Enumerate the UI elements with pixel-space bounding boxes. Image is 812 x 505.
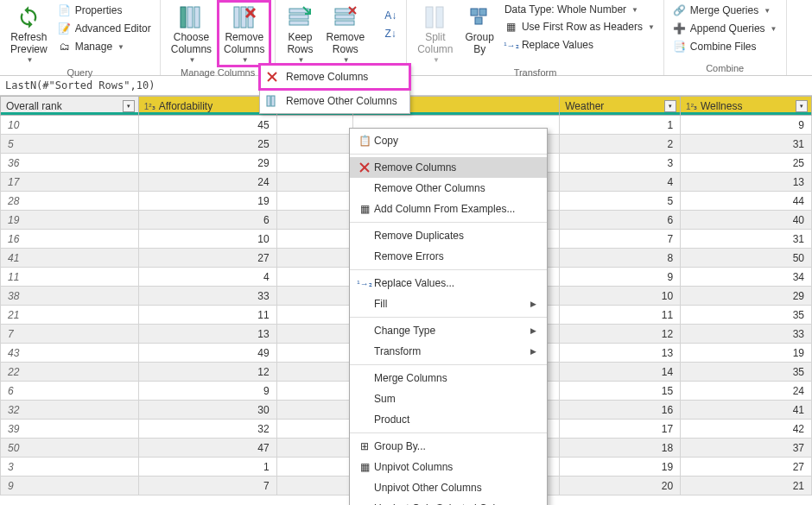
col-header-weather[interactable]: Weather▾	[560, 97, 681, 116]
cell[interactable]: 15	[560, 382, 681, 401]
cell[interactable]: 1	[138, 458, 276, 477]
cell[interactable]: 4	[560, 173, 681, 192]
cell[interactable]: 18	[560, 439, 681, 458]
cell[interactable]: 41	[1, 249, 139, 268]
cell[interactable]	[276, 116, 352, 135]
cell[interactable]: 50	[681, 249, 812, 268]
ctx-change-type[interactable]: Change Type▶	[350, 320, 547, 341]
cell[interactable]: 7	[1, 325, 139, 344]
cell[interactable]: 4	[138, 268, 276, 287]
cell[interactable]: 40	[681, 211, 812, 230]
cell[interactable]: 9	[1, 477, 139, 496]
ctx-unpivot-selected[interactable]: Unpivot Only Selected Columns	[350, 498, 547, 505]
cell[interactable]: 35	[681, 306, 812, 325]
cell[interactable]: 21	[1, 306, 139, 325]
data-type-button[interactable]: Data Type: Whole Number▼	[501, 2, 658, 17]
cell[interactable]: 17	[1, 173, 139, 192]
cell[interactable]: 36	[1, 154, 139, 173]
cell[interactable]: 27	[138, 249, 276, 268]
cell[interactable]: 13	[681, 173, 812, 192]
filter-icon[interactable]: ▾	[664, 100, 676, 112]
cell[interactable]: 8	[560, 249, 681, 268]
cell[interactable]: 9	[560, 268, 681, 287]
split-column-button[interactable]: Split Column▼	[412, 2, 458, 66]
cell[interactable]	[276, 192, 352, 211]
cell[interactable]: 6	[1, 382, 139, 401]
cell[interactable]: 25	[681, 154, 812, 173]
cell[interactable]: 2	[560, 135, 681, 154]
cell[interactable]: 11	[560, 306, 681, 325]
cell[interactable]: 33	[138, 287, 276, 306]
merge-queries-button[interactable]: 🔗Merge Queries▼	[669, 2, 774, 19]
cell[interactable]: 10	[560, 287, 681, 306]
combine-files-button[interactable]: 📑Combine Files	[669, 38, 760, 55]
cell[interactable]	[276, 268, 352, 287]
ctx-fill[interactable]: Fill▶	[350, 294, 547, 314]
cell[interactable]: 19	[681, 344, 812, 363]
ctx-remove-duplicates[interactable]: Remove Duplicates	[350, 225, 547, 246]
cell[interactable]: 37	[681, 439, 812, 458]
dd-remove-columns[interactable]: Remove Columns	[260, 65, 409, 89]
ctx-remove-errors[interactable]: Remove Errors	[350, 246, 547, 267]
cell[interactable]: 30	[138, 401, 276, 420]
ctx-sum[interactable]: Sum	[350, 388, 547, 409]
ctx-remove-other-columns[interactable]: Remove Other Columns	[350, 178, 547, 199]
cell[interactable]: 24	[681, 382, 812, 401]
refresh-preview-button[interactable]: Refresh Preview▼	[5, 2, 53, 66]
cell[interactable]: 10	[138, 230, 276, 249]
cell[interactable]: 31	[681, 135, 812, 154]
cell[interactable]	[276, 154, 352, 173]
cell[interactable]: 20	[560, 477, 681, 496]
cell[interactable]: 5	[560, 192, 681, 211]
cell[interactable]: 41	[681, 401, 812, 420]
ctx-copy[interactable]: 📋Copy	[350, 130, 547, 151]
cell[interactable]	[276, 135, 352, 154]
cell[interactable]: 13	[560, 344, 681, 363]
col-header-wellness[interactable]: 1²₃Wellness▾	[681, 97, 812, 116]
cell[interactable]: 21	[681, 477, 812, 496]
cell[interactable]: 45	[138, 116, 276, 135]
ctx-add-column-examples[interactable]: ▦Add Column From Examples...	[350, 199, 547, 219]
manage-button[interactable]: 🗂Manage▼	[54, 38, 155, 55]
cell[interactable]: 28	[1, 192, 139, 211]
first-row-headers-button[interactable]: ▦Use First Row as Headers▼	[501, 18, 658, 35]
cell[interactable]: 13	[138, 325, 276, 344]
cell[interactable]: 6	[560, 211, 681, 230]
cell[interactable]: 44	[681, 192, 812, 211]
cell[interactable]: 1	[560, 116, 681, 135]
cell[interactable]: 7	[560, 230, 681, 249]
cell[interactable]: 10	[1, 116, 139, 135]
cell[interactable]: 49	[138, 344, 276, 363]
col-header-affordability[interactable]: 1²₃Affordability▾	[138, 97, 276, 116]
ctx-transform[interactable]: Transform▶	[350, 341, 547, 362]
cell[interactable]: 19	[1, 211, 139, 230]
cell[interactable]: 19	[560, 458, 681, 477]
cell[interactable]: 34	[681, 268, 812, 287]
cell[interactable]	[276, 325, 352, 344]
cell[interactable]: 9	[681, 116, 812, 135]
cell[interactable]: 12	[560, 325, 681, 344]
ctx-product[interactable]: Product	[350, 409, 547, 430]
sort-asc-button[interactable]: A↓	[380, 7, 401, 24]
remove-rows-button[interactable]: Remove Rows▼	[320, 2, 370, 66]
cell[interactable]	[276, 344, 352, 363]
ctx-unpivot-other[interactable]: Unpivot Other Columns	[350, 477, 547, 498]
cell[interactable]: 27	[681, 458, 812, 477]
cell[interactable]: 3	[560, 154, 681, 173]
cell[interactable]	[276, 458, 352, 477]
ctx-group-by[interactable]: ⊞Group By...	[350, 436, 547, 457]
cell[interactable]	[276, 420, 352, 439]
cell[interactable]	[276, 363, 352, 382]
choose-columns-button[interactable]: Choose Columns▼	[166, 2, 217, 66]
cell[interactable]	[276, 439, 352, 458]
cell[interactable]: 6	[138, 211, 276, 230]
advanced-editor-button[interactable]: 📝Advanced Editor	[54, 20, 155, 37]
keep-rows-button[interactable]: Keep Rows▼	[281, 2, 319, 66]
cell[interactable]: 42	[681, 420, 812, 439]
cell[interactable]: 12	[138, 363, 276, 382]
cell[interactable]: 11	[138, 306, 276, 325]
cell[interactable]: 47	[138, 439, 276, 458]
cell[interactable]	[276, 211, 352, 230]
ctx-unpivot[interactable]: ▦Unpivot Columns	[350, 457, 547, 477]
cell[interactable]: 11	[1, 268, 139, 287]
